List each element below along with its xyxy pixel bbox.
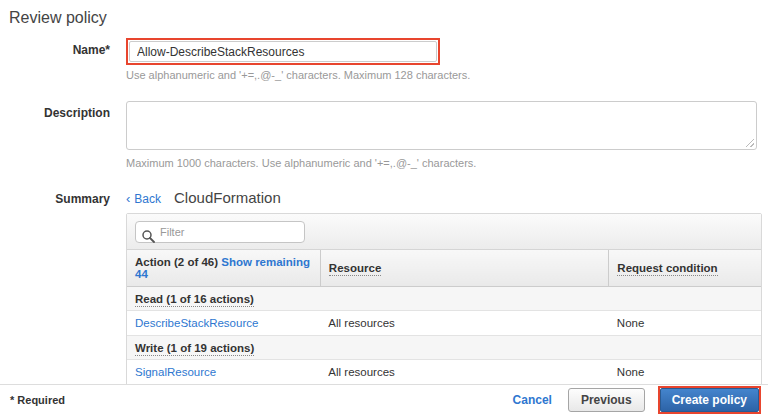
description-row: Description Maximum 1000 characters. Use…	[0, 101, 768, 169]
previous-button[interactable]: Previous	[568, 388, 645, 412]
write-group-row: Write (1 of 19 actions)	[127, 336, 761, 360]
condition-cell: None	[609, 311, 761, 336]
resource-column-header: Resource	[320, 250, 608, 287]
name-help-text: Use alphanumeric and '+=,.@-_' character…	[126, 69, 470, 81]
action-link-signalresource[interactable]: SignalResource	[135, 366, 216, 378]
action-column-header: Action (2 of 46) Show remaining 44	[127, 250, 320, 287]
filter-bar	[127, 214, 761, 250]
review-policy-page: Review policy Name* Use alphanumeric and…	[0, 0, 768, 415]
filter-input[interactable]	[135, 221, 305, 243]
summary-table: Action (2 of 46) Show remaining 44 Resou…	[127, 250, 761, 385]
action-link-describestackresource[interactable]: DescribeStackResource	[135, 317, 258, 329]
name-annotation-highlight	[126, 38, 440, 65]
search-icon	[141, 229, 155, 243]
resource-cell: All resources	[320, 360, 608, 385]
policy-description-textarea[interactable]	[126, 101, 757, 150]
footer-bar: * Required Cancel Previous Create policy	[0, 384, 768, 415]
cancel-link[interactable]: Cancel	[513, 393, 552, 407]
table-header-row: Action (2 of 46) Show remaining 44 Resou…	[127, 250, 761, 287]
table-row: SignalResource All resources None	[127, 360, 761, 385]
back-chevron-icon: ‹	[126, 191, 130, 206]
name-row: Name* Use alphanumeric and '+=,.@-_' cha…	[0, 38, 768, 81]
read-group-row: Read (1 of 16 actions)	[127, 287, 761, 311]
page-title: Review policy	[0, 0, 768, 27]
create-policy-button[interactable]: Create policy	[660, 388, 759, 412]
read-group-label: Read (1 of 16 actions)	[135, 293, 254, 307]
name-label: Name*	[0, 38, 110, 57]
request-condition-column-header: Request condition	[609, 250, 761, 287]
write-group-label: Write (1 of 19 actions)	[135, 342, 254, 356]
back-link[interactable]: ‹Back	[126, 191, 161, 206]
description-help-text: Maximum 1000 characters. Use alphanumeri…	[126, 157, 757, 169]
required-note: * Required	[10, 394, 65, 406]
service-title: CloudFormation	[174, 189, 281, 206]
summary-row: Summary ‹Back CloudFormation	[0, 189, 768, 206]
summary-label: Summary	[0, 192, 110, 206]
summary-panel: Action (2 of 46) Show remaining 44 Resou…	[126, 213, 762, 386]
resource-cell: All resources	[320, 311, 608, 336]
policy-name-input[interactable]	[129, 41, 437, 62]
condition-cell: None	[609, 360, 761, 385]
table-row: DescribeStackResource All resources None	[127, 311, 761, 336]
description-label: Description	[0, 101, 110, 120]
create-policy-annotation-highlight: Create policy	[658, 386, 761, 414]
